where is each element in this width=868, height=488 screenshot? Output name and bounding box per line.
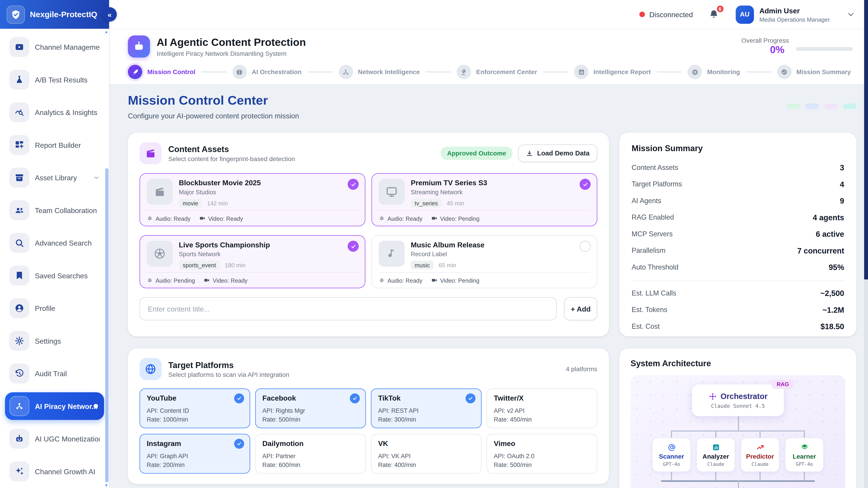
summary-row: MCP Servers 6 active [631, 226, 844, 242]
agent-name: Scanner [659, 453, 684, 459]
video-status-label: Video: Pending [440, 215, 479, 221]
status-badge [786, 103, 800, 109]
step-label: Monitoring [707, 69, 740, 75]
summary-row: Est. Cost $18.50 [631, 318, 844, 335]
sidebar-item-label: Analytics & Insights [35, 108, 97, 117]
asset-grid: Blockbuster Movie 2025 Major Studios mov… [140, 173, 597, 288]
asset-check-icon[interactable] [348, 240, 359, 252]
avatar[interactable]: AU [736, 5, 754, 24]
platform-name: TikTok [378, 394, 474, 402]
platform-card[interactable]: VK API: VK API Rate: 400/min [371, 434, 482, 474]
sidebar-collapse-button[interactable]: « [102, 7, 117, 22]
sidebar-scrollbar[interactable]: ▲ ▼ [105, 30, 108, 487]
stepper-connector [657, 71, 682, 72]
sidebar-item[interactable]: Profile [5, 294, 104, 322]
sidebar-header: Nexgile-ProtectIQ [0, 0, 109, 29]
app-title: Nexgile-ProtectIQ [30, 10, 97, 19]
sidebar-item[interactable]: Channel Manageme... [5, 33, 104, 61]
sidebar-item[interactable]: Channel Growth AI [5, 457, 104, 485]
asset-check-icon[interactable] [580, 240, 591, 252]
asset-title: Music Album Release [411, 240, 485, 249]
video-status: Video: Pending [431, 215, 479, 221]
scroll-down-icon[interactable]: ▼ [104, 484, 108, 488]
mission-header: AI Agentic Content Protection Intelligen… [110, 29, 864, 85]
summary-value: ~1.2M [822, 305, 844, 314]
sidebar-item[interactable]: Advanced Search [5, 229, 104, 257]
content-assets-panel: Content Assets Select content for finger… [128, 133, 609, 336]
content-title-input[interactable] [140, 297, 557, 320]
video-status-label: Video: Pending [440, 277, 479, 284]
status-label: Disconnected [649, 10, 693, 19]
platform-card[interactable]: Vimeo API: OAuth 2.0 Rate: 500/min [487, 434, 597, 474]
sidebar-item[interactable]: Analytics & Insights [5, 98, 104, 126]
sidebar-item[interactable]: Report Builder [5, 131, 104, 159]
platform-card[interactable]: Facebook API: Rights Mgr Rate: 500/min [255, 388, 366, 428]
sidebar-item-icon [9, 363, 29, 383]
asset-thumbnail-icon [147, 240, 173, 267]
platform-card[interactable]: TikTok API: REST API Rate: 300/min [371, 388, 482, 428]
sidebar-item-icon [9, 70, 29, 90]
sidebar-item[interactable]: AI UGC Monetization [5, 425, 104, 453]
scroll-up-icon[interactable]: ▲ [104, 30, 108, 34]
sidebar-scrollbar-thumb[interactable] [105, 168, 108, 482]
platform-card[interactable]: Dailymotion API: Partner Rate: 600/min [255, 434, 366, 474]
system-architecture-panel: System Architecture RAG Orchestrator Cla… [619, 349, 856, 488]
stepper-step[interactable]: Mission Control [128, 65, 195, 79]
platform-check-icon [234, 393, 244, 403]
user-menu-chevron-icon[interactable] [846, 10, 855, 19]
stepper-step[interactable]: Enforcement Center [457, 65, 537, 79]
summary-label: Est. LLM Calls [631, 289, 676, 297]
page-scrollbar[interactable] [864, 0, 868, 488]
sidebar-item[interactable]: Settings [5, 327, 104, 355]
sidebar-item[interactable]: Saved Searches [5, 262, 104, 289]
asset-duration: 142 min [207, 200, 228, 206]
asset-card[interactable]: Music Album Release Record Label music 6… [371, 235, 597, 288]
asset-title: Live Sports Championship [179, 240, 270, 249]
stepper-step[interactable]: Intelligence Report [574, 65, 651, 79]
step-label: Enforcement Center [476, 69, 537, 75]
sidebar-item[interactable]: Team Collaboration [5, 196, 104, 224]
platform-name: Instagram [147, 439, 243, 448]
load-demo-data-label: Load Demo Data [537, 149, 590, 157]
audio-status: Audio: Ready [147, 215, 191, 221]
summary-label: MCP Servers [631, 230, 673, 238]
video-camera-icon [204, 277, 210, 283]
add-content-button[interactable]: + Add [564, 297, 597, 320]
agent-model: Claude [707, 461, 724, 466]
stepper-step[interactable]: Mission Summary [777, 65, 851, 79]
sidebar-item[interactable]: Audit Trail [5, 360, 104, 387]
platform-card[interactable]: Instagram API: Graph API Rate: 200/min [140, 434, 250, 474]
summary-row: Est. LLM Calls ~2,500 [631, 281, 844, 302]
stepper-connector [308, 71, 333, 72]
video-camera-icon [431, 215, 437, 221]
stepper-step[interactable]: AI Orchestration [232, 65, 302, 79]
summary-row: Est. Tokens ~1.2M [631, 302, 844, 318]
notifications-button[interactable]: 6 [708, 9, 719, 20]
summary-value: ~2,500 [820, 289, 844, 297]
load-demo-data-button[interactable]: Load Demo Data [518, 144, 597, 162]
asset-check-icon[interactable] [348, 179, 359, 190]
sidebar-item[interactable]: A/B Test Results [5, 66, 104, 93]
platform-api: API: Graph API [147, 453, 243, 459]
page-scrollbar-thumb[interactable] [864, 0, 868, 280]
connector [760, 430, 761, 437]
chevron-down-icon [93, 174, 99, 181]
asset-duration: 45 min [447, 200, 464, 206]
asset-card[interactable]: Blockbuster Movie 2025 Major Studios mov… [140, 173, 365, 226]
fingerprint-icon [147, 215, 153, 221]
platform-api: API: REST API [378, 407, 474, 414]
stepper-step[interactable]: Network Intelligence [339, 65, 420, 79]
sidebar-item[interactable]: AI Piracy Networ... [5, 392, 104, 420]
connection-status: Disconnected [639, 10, 693, 19]
platform-card[interactable]: Twitter/X API: v2 API Rate: 450/min [487, 388, 597, 428]
stepper-step[interactable]: Monitoring [688, 65, 740, 79]
asset-card[interactable]: Premium TV Series S3 Streaming Network t… [371, 173, 597, 226]
asset-card[interactable]: Live Sports Championship Sports Network … [140, 235, 365, 288]
asset-tag: music [411, 260, 434, 269]
sidebar-item[interactable]: Asset Library [5, 164, 104, 191]
asset-check-icon[interactable] [580, 179, 591, 190]
user-name: Admin User [759, 6, 830, 15]
asset-org: Streaming Network [411, 189, 487, 195]
page-head: Mission Control Center Configure your AI… [128, 93, 857, 120]
platform-card[interactable]: YouTube API: Content ID Rate: 1000/min [140, 388, 250, 428]
